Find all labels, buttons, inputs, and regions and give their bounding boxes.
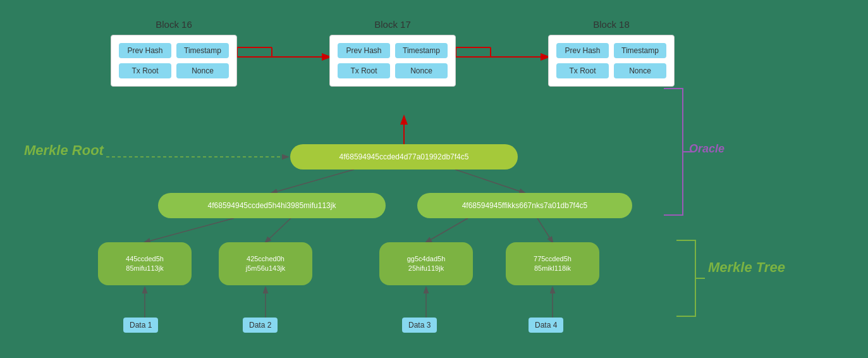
block17-nonce: Nonce: [395, 63, 448, 78]
block18-nonce: Nonce: [614, 63, 666, 78]
block17-prevhash: Prev Hash: [338, 43, 390, 58]
block18-timestamp: Timestamp: [614, 43, 666, 58]
leaf-hash-2: 425cched0hj5m56u143jk: [219, 242, 312, 285]
block18-txroot: Tx Root: [556, 63, 609, 78]
oracle-label: Oracle: [689, 142, 724, 156]
block17-timestamp: Timestamp: [395, 43, 448, 58]
svg-line-10: [266, 218, 291, 242]
merkle-root-hash: 4f68594945ccded4d77a01992db7f4c5: [290, 144, 518, 170]
leaf-hash-3: gg5c4dad5h25hifu119jk: [379, 242, 473, 285]
merkle-tree-label: Merkle Tree: [708, 259, 785, 276]
data-box-4: Data 4: [529, 318, 563, 333]
data-box-1: Data 1: [123, 318, 158, 333]
merkle-root-label: Merkle Root: [24, 142, 104, 159]
svg-line-7: [272, 170, 354, 193]
block16-title: Block 16: [111, 19, 237, 30]
block17-txroot: Tx Root: [338, 63, 390, 78]
data-box-3: Data 3: [402, 318, 437, 333]
data-box-2: Data 2: [243, 318, 278, 333]
svg-line-11: [426, 218, 468, 242]
mid-hash-left: 4f68594945ccded5h4hi3985mifu113jk: [158, 193, 386, 218]
block17-title: Block 17: [329, 19, 456, 30]
svg-line-9: [145, 218, 234, 242]
mid-hash-right: 4f68594945ffikks667nks7a01db7f4c5: [417, 193, 632, 218]
block18-title: Block 18: [548, 19, 675, 30]
block16-txroot: Tx Root: [119, 63, 171, 78]
svg-line-8: [455, 170, 525, 193]
leaf-hash-4: 775ccded5h85mikl118ik: [506, 242, 599, 285]
block16-nonce: Nonce: [176, 63, 229, 78]
block16-prevhash: Prev Hash: [119, 43, 171, 58]
svg-line-12: [537, 218, 553, 242]
block16-timestamp: Timestamp: [176, 43, 229, 58]
leaf-hash-1: 445ccded5h85mifu113jk: [98, 242, 192, 285]
block18-prevhash: Prev Hash: [556, 43, 609, 58]
